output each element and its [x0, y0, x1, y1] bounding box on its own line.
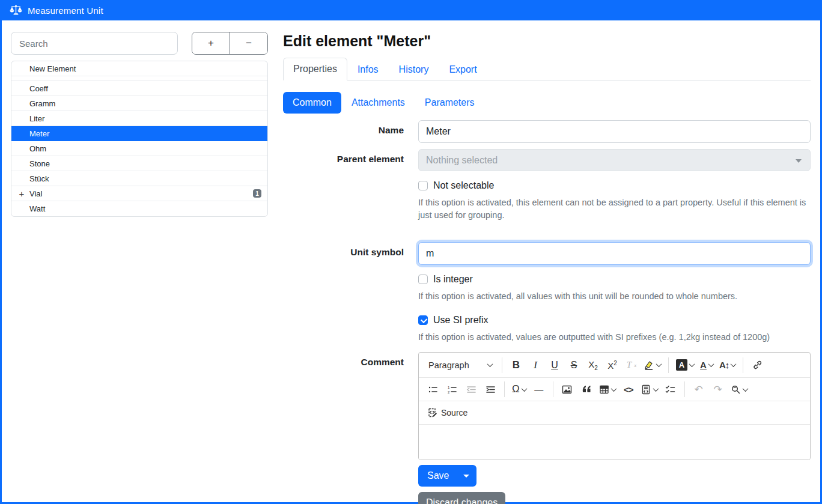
- tree-separator: [11, 76, 267, 81]
- svg-text:1: 1: [448, 386, 450, 389]
- tree-item[interactable]: Watt: [11, 201, 267, 216]
- tree-item[interactable]: Stück: [11, 171, 267, 186]
- page-frame: + − New Element Coeff Gramm Liter Meter …: [0, 20, 822, 504]
- pill-attachments[interactable]: Attachments: [342, 92, 415, 114]
- font-color-icon[interactable]: A: [698, 356, 716, 374]
- subscript-icon[interactable]: X2: [584, 356, 602, 374]
- use-si-prefix-checkbox[interactable]: [418, 315, 428, 325]
- special-characters-icon[interactable]: Ω: [510, 380, 529, 398]
- tree-item[interactable]: Liter: [11, 111, 267, 126]
- tab-bar: Properties Infos History Export: [283, 58, 811, 80]
- link-icon[interactable]: [748, 356, 766, 374]
- collapse-all-button[interactable]: −: [230, 32, 267, 54]
- todo-list-icon[interactable]: [662, 380, 680, 398]
- tab-history[interactable]: History: [389, 58, 439, 80]
- tab-export[interactable]: Export: [439, 58, 487, 80]
- chevron-down-icon: [731, 361, 737, 367]
- tab-properties[interactable]: Properties: [283, 58, 347, 80]
- code-block-icon[interactable]: [639, 380, 660, 398]
- comment-editor-area[interactable]: [419, 425, 810, 460]
- svg-text:2: 2: [448, 390, 450, 394]
- is-integer-label[interactable]: Is integer: [433, 274, 473, 285]
- top-navbar: Measurement Unit: [0, 0, 822, 20]
- indent-icon[interactable]: [481, 380, 499, 398]
- expand-all-button[interactable]: +: [192, 32, 230, 54]
- use-si-prefix-label[interactable]: Use SI prefix: [433, 315, 489, 326]
- find-and-replace-icon[interactable]: [728, 380, 750, 398]
- is-integer-checkbox[interactable]: [418, 275, 428, 284]
- pill-common[interactable]: Common: [283, 92, 341, 114]
- horizontal-line-icon[interactable]: —: [530, 380, 548, 398]
- editor-toolbar-row-2: 12: [419, 378, 810, 401]
- block-quote-icon[interactable]: [577, 380, 595, 398]
- app-title: Measurement Unit: [28, 5, 103, 16]
- strikethrough-icon[interactable]: S: [565, 356, 583, 374]
- editor-toolbar-row-3: Source: [419, 401, 810, 425]
- name-field[interactable]: [418, 120, 811, 143]
- highlight-marker-icon[interactable]: [642, 356, 663, 374]
- chevron-down-icon: [796, 159, 802, 163]
- caret-down-icon: [463, 475, 469, 478]
- parent-element-label: Parent element: [283, 149, 404, 232]
- save-dropdown-toggle[interactable]: [456, 465, 476, 487]
- outdent-icon[interactable]: [462, 380, 480, 398]
- tree-item-new-element[interactable]: New Element: [11, 61, 267, 76]
- form-actions: Save Discard changes: [418, 465, 811, 504]
- editor-toolbar-row-1: Paragraph B I U S X2 X2 Tx: [419, 353, 810, 378]
- sidebar-toolbar: + −: [11, 32, 268, 55]
- bulleted-list-icon[interactable]: [424, 380, 442, 398]
- unit-symbol-label: Unit symbol: [283, 242, 404, 352]
- font-background-color-icon[interactable]: A: [674, 356, 696, 374]
- paragraph-style-dropdown[interactable]: Paragraph: [424, 356, 497, 374]
- element-tree: New Element Coeff Gramm Liter Meter Ohm …: [11, 61, 268, 217]
- chevron-down-icon: [708, 361, 714, 367]
- tab-infos[interactable]: Infos: [347, 58, 389, 80]
- rich-text-editor: Paragraph B I U S X2 X2 Tx: [418, 352, 811, 460]
- chevron-down-icon: [610, 386, 616, 392]
- tree-item[interactable]: + Vial 1: [11, 186, 267, 201]
- underline-icon[interactable]: U: [546, 356, 564, 374]
- child-count-badge: 1: [253, 189, 261, 198]
- chevron-down-icon: [487, 361, 493, 367]
- insert-image-icon[interactable]: [558, 380, 576, 398]
- redo-icon[interactable]: ↷: [709, 380, 727, 398]
- chevron-down-icon: [656, 361, 662, 367]
- tree-item[interactable]: Gramm: [11, 96, 267, 111]
- inline-code-icon[interactable]: <>: [620, 380, 638, 398]
- pill-parameters[interactable]: Parameters: [415, 92, 484, 114]
- comment-label: Comment: [283, 352, 404, 504]
- chevron-down-icon: [653, 386, 659, 392]
- source-button[interactable]: Source: [424, 404, 471, 422]
- save-button[interactable]: Save: [418, 465, 456, 487]
- edit-form: Name Parent element Nothing selected Not…: [283, 120, 811, 504]
- remove-format-icon[interactable]: Tx: [623, 356, 641, 374]
- discard-changes-button[interactable]: Discard changes: [418, 492, 505, 504]
- chevron-down-icon: [689, 361, 695, 367]
- unit-symbol-field[interactable]: [418, 242, 811, 265]
- page-title: Edit element "Meter": [283, 32, 811, 50]
- is-integer-help: If this option is activated, all values …: [418, 290, 811, 303]
- numbered-list-icon[interactable]: 12: [443, 380, 461, 398]
- sidebar: + − New Element Coeff Gramm Liter Meter …: [2, 20, 269, 502]
- undo-icon[interactable]: ↶: [690, 380, 708, 398]
- not-selectable-label[interactable]: Not selectable: [433, 180, 494, 191]
- search-input[interactable]: [11, 32, 178, 55]
- italic-icon[interactable]: I: [526, 356, 544, 374]
- use-si-prefix-help: If this option is activated, values are …: [418, 331, 811, 344]
- bold-icon[interactable]: B: [507, 356, 525, 374]
- insert-table-icon[interactable]: [597, 380, 618, 398]
- chevron-down-icon: [742, 386, 748, 392]
- not-selectable-checkbox[interactable]: [418, 181, 428, 190]
- tree-item[interactable]: Stone: [11, 156, 267, 171]
- superscript-icon[interactable]: X2: [603, 356, 621, 374]
- name-label: Name: [283, 120, 404, 143]
- tree-item-selected[interactable]: Meter: [11, 126, 267, 141]
- main-content: Edit element "Meter" Properties Infos Hi…: [269, 20, 820, 502]
- parent-element-select[interactable]: Nothing selected: [418, 149, 811, 171]
- tree-item[interactable]: Ohm: [11, 141, 267, 156]
- pill-bar: Common Attachments Parameters: [283, 92, 811, 114]
- tree-item[interactable]: Coeff: [11, 81, 267, 96]
- tree-expand-collapse-group: + −: [192, 32, 268, 55]
- expand-node-icon[interactable]: +: [18, 189, 25, 199]
- font-size-icon[interactable]: A↕: [717, 356, 738, 374]
